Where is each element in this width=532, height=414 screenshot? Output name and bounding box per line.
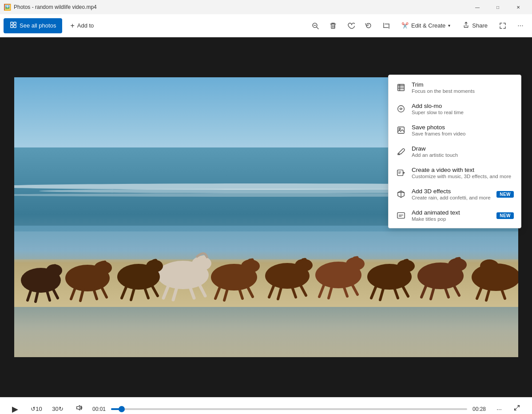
delete-button[interactable] [325, 18, 341, 34]
chevron-down-icon: ▾ [448, 23, 450, 28]
menu-item-3d-effects[interactable]: Add 3D effects Create rain, add confetti… [389, 183, 521, 205]
video-text-icon [396, 167, 406, 178]
fit-to-window-button[interactable] [495, 18, 511, 34]
share-icon [463, 22, 469, 30]
crop-button[interactable] [378, 18, 394, 34]
volume-icon [75, 404, 83, 414]
menu-item-save-photos[interactable]: Save photos Save frames from video [389, 119, 521, 141]
menu-item-video-text[interactable]: Create a video with text Customize with … [389, 162, 521, 183]
see-all-photos-button[interactable]: See all photos [4, 18, 62, 33]
menu-item-trim[interactable]: Trim Focus on the best moments [389, 77, 521, 98]
forward-30-icon: 30↻ [52, 406, 63, 412]
svg-rect-98 [397, 213, 405, 219]
video-text-desc: Customize with music, 3D effects, and mo… [412, 174, 514, 179]
svg-line-35 [199, 283, 205, 296]
svg-rect-0 [11, 22, 13, 24]
effects-3d-desc: Create rain, add confetti, and more [412, 195, 491, 200]
close-button[interactable]: ✕ [508, 0, 528, 14]
trim-icon [396, 82, 406, 93]
svg-marker-93 [403, 172, 405, 174]
minimize-button[interactable]: — [467, 0, 488, 14]
scissors-icon: ✂️ [401, 22, 409, 29]
photos-icon [10, 21, 17, 30]
dropdown-menu: Trim Focus on the best moments Add slo-m… [388, 75, 521, 228]
fullscreen-button[interactable] [509, 401, 525, 414]
see-all-photos-label: See all photos [20, 22, 56, 29]
play-icon: ▶ [12, 404, 18, 414]
forward-30-button[interactable]: 30↻ [50, 401, 66, 414]
toolbar-right: ✂️ Edit & Create ▾ Share ··· [396, 18, 528, 34]
save-photos-desc: Save frames from video [412, 131, 514, 136]
menu-item-animated-text[interactable]: Add animated text Make titles pop NEW [389, 205, 521, 226]
video-area[interactable]: Trim Focus on the best moments Add slo-m… [0, 37, 532, 397]
zoom-button[interactable] [307, 18, 323, 34]
window-controls: — □ ✕ [467, 0, 528, 14]
draw-title: Draw [412, 145, 514, 152]
svg-rect-3 [14, 25, 16, 28]
svg-rect-1 [14, 22, 16, 24]
fullscreen-icon [513, 404, 520, 414]
progress-bar-container[interactable] [111, 405, 467, 414]
save-photos-title: Save photos [412, 124, 514, 131]
svg-rect-89 [398, 127, 405, 134]
progress-thumb[interactable] [119, 406, 125, 412]
progress-track[interactable] [111, 408, 467, 410]
svg-point-88 [398, 106, 405, 112]
draw-desc: Add an artistic touch [412, 152, 514, 158]
favorite-button[interactable] [343, 18, 359, 34]
more-options-button[interactable]: ··· [512, 18, 528, 34]
maximize-button[interactable]: □ [488, 0, 508, 14]
player-bar: ▶ ↺10 30↻ 00:01 00:28 ··· [0, 397, 532, 414]
trim-desc: Focus on the best moments [412, 88, 514, 94]
save-photos-icon [396, 125, 406, 135]
draw-icon [396, 146, 406, 157]
volume-button[interactable] [71, 401, 87, 414]
rewind-10-icon: ↺10 [31, 406, 42, 412]
ellipsis-h-icon: ··· [496, 406, 502, 413]
current-time: 00:01 [92, 406, 106, 412]
edit-create-label: Edit & Create [411, 22, 445, 29]
play-button[interactable]: ▶ [7, 401, 23, 414]
toolbar-icon-group [307, 18, 394, 34]
svg-point-90 [399, 128, 401, 130]
more-player-options-button[interactable]: ··· [491, 401, 507, 414]
share-label: Share [472, 22, 488, 29]
svg-rect-2 [11, 25, 13, 28]
new-badge-animated: NEW [496, 212, 514, 219]
svg-marker-101 [77, 406, 80, 410]
effects-3d-icon [396, 189, 406, 199]
plus-icon: + [70, 22, 74, 30]
ellipsis-icon: ··· [517, 22, 523, 30]
player-right-controls: ··· [491, 401, 525, 414]
effects-3d-title: Add 3D effects [412, 188, 491, 195]
slomo-title: Add slo-mo [412, 103, 514, 109]
add-to-label: Add to [77, 22, 94, 29]
svg-line-42 [151, 284, 158, 296]
menu-item-draw[interactable]: Draw Add an artistic touch [389, 141, 521, 162]
edit-create-button[interactable]: ✂️ Edit & Create ▾ [396, 18, 456, 33]
svg-rect-92 [397, 170, 403, 176]
title-bar: 🖼️ Photos - random wildlife video.mp4 — … [0, 0, 532, 14]
slomo-desc: Super slow to real time [412, 110, 514, 115]
new-badge-3d: NEW [496, 191, 514, 198]
trim-title: Trim [412, 81, 514, 88]
slomo-icon [396, 104, 406, 114]
animated-text-desc: Make titles pop [412, 216, 491, 222]
window-title: Photos - random wildlife video.mp4 [14, 4, 97, 10]
animated-text-title: Add animated text [412, 209, 491, 216]
svg-rect-7 [331, 24, 335, 28]
video-text-title: Create a video with text [412, 167, 514, 173]
add-to-button[interactable]: + Add to [64, 18, 100, 33]
animated-text-icon [396, 210, 406, 221]
end-time: 00:28 [472, 406, 486, 412]
app-icon: 🖼️ [4, 4, 11, 11]
toolbar: See all photos + Add to [0, 14, 532, 37]
menu-item-slomo[interactable]: Add slo-mo Super slow to real time [389, 98, 521, 119]
svg-point-79 [480, 259, 499, 273]
svg-line-5 [317, 27, 318, 29]
share-button[interactable]: Share [457, 18, 493, 33]
rewind-10-button[interactable]: ↺10 [28, 401, 44, 414]
rotate-button[interactable] [361, 18, 377, 34]
